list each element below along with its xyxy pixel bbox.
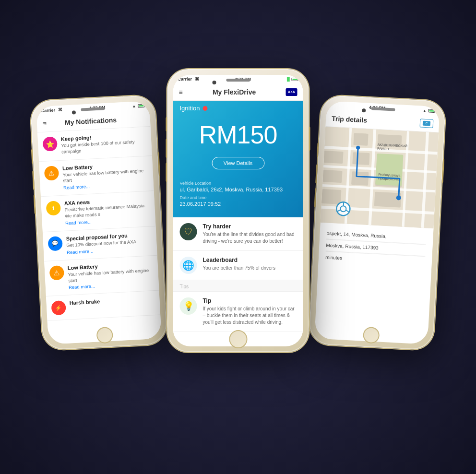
carrier-center: Carrier ⌘ <box>178 77 199 82</box>
globe-icon: 🌐 <box>180 257 197 274</box>
cards-section: 🛡 Try harder You're at the line that div… <box>173 217 303 332</box>
location-icon-left: ▲ <box>132 104 136 108</box>
company-logo-right: C <box>420 118 434 128</box>
card-text-leaderboard: Leaderboard You are better than 75% of d… <box>203 257 275 272</box>
trip-duration-value: minutes <box>325 254 425 265</box>
status-right-center: ▉ <box>287 77 298 82</box>
hamburger-left[interactable]: ≡ <box>43 119 47 127</box>
vehicle-location-row: Vehicle Location ul. Garibaldi, 26к2, Mo… <box>180 181 297 192</box>
card-title-tip: Tip <box>203 297 297 304</box>
phones-container: Carrier ⌘ 4:33 PM ▲ ≡ My Notifications <box>22 21 454 453</box>
notif-icon-1: ⭐ <box>43 136 58 152</box>
carrier-left: Carrier ⌘ <box>41 107 62 113</box>
notif-text-1: Keep going! You got inside best 100 of o… <box>60 132 147 155</box>
svg-point-1 <box>356 145 360 149</box>
hamburger-center[interactable]: ≡ <box>179 88 183 96</box>
status-right-right: ▲ <box>423 108 435 112</box>
notif-title-6: Harsh brake <box>69 296 155 306</box>
vehicle-location-value: ul. Garibaldi, 26к2, Moskva, Russia, 117… <box>180 187 297 192</box>
shield-icon: 🛡 <box>180 223 197 240</box>
header-title-right: Trip details <box>332 114 368 124</box>
ignition-dot <box>202 106 207 111</box>
gps-icon: ▲ <box>423 108 426 112</box>
view-details-button[interactable]: View Details <box>212 157 264 169</box>
trip-address-1: ospekt, 14, Moskva, Russia, <box>326 231 426 241</box>
card-desc-leaderboard: You are better than 75% of drivers <box>203 265 275 272</box>
battery-level-icon: ▉ <box>287 77 290 82</box>
lightbulb-icon: 💡 <box>180 297 197 315</box>
vehicle-location-label: Vehicle Location <box>180 181 297 186</box>
card-tip: 💡 Tip If your kids fight or climb around… <box>173 292 303 332</box>
trip-address-2: Moskva, Russia, 117393 <box>326 242 426 253</box>
app-header-center: ≡ My FlexiDrive AXA <box>173 83 303 101</box>
logo-inner: C <box>423 120 431 126</box>
phone-right: 4:36 PM ▲ Trip details C <box>309 95 446 351</box>
notif-text-3: AXA news FlexiDrive telematic insurance … <box>64 196 151 226</box>
battery-left <box>138 104 144 107</box>
ignition-label: Ignition <box>180 105 200 112</box>
datetime-row: Date and time 23.06.2017 09:52 <box>180 195 297 207</box>
logo-letter: C <box>426 121 428 124</box>
notif-item-2[interactable]: ⚠ Low Battery Your vehicle has low batte… <box>39 156 154 197</box>
notif-text-6: Harsh brake <box>69 296 155 307</box>
datetime-label: Date and time <box>180 195 297 200</box>
notif-text-5: Low Battery Your vehicle has low battery… <box>68 261 155 290</box>
phone-right-screen: 4:36 PM ▲ Trip details C <box>314 101 440 344</box>
map-section: АКАДЕМИЧЕСКИЙ РАЙОН Profsoyuznaya Профсо… <box>321 127 439 228</box>
svg-point-0 <box>396 195 402 201</box>
steering-wheel-icon <box>335 201 352 217</box>
header-title-center: My FlexiDrive <box>213 88 256 96</box>
phone-left: Carrier ⌘ 4:33 PM ▲ ≡ My Notifications <box>30 95 168 351</box>
battery-center <box>292 78 298 81</box>
status-right-left: ▲ <box>132 103 144 108</box>
phone-left-screen: Carrier ⌘ 4:33 PM ▲ ≡ My Notifications <box>36 101 162 344</box>
card-text-try-harder: Try harder You're at the line that divid… <box>203 223 297 245</box>
card-leaderboard: 🌐 Leaderboard You are better than 75% of… <box>173 251 303 280</box>
notif-icon-3: ℹ <box>46 201 61 216</box>
hero-section: Ignition RM150 View Details Vehicle Loca… <box>173 101 303 217</box>
notifications-list: ⭐ Keep going! You got inside best 100 of… <box>37 127 162 344</box>
datetime-value: 23.06.2017 09:52 <box>180 201 297 207</box>
phone-center: Carrier ⌘ 4:33 PM ▉ ≡ My FlexiDrive AXA <box>167 69 309 352</box>
notif-icon-6: ⚡ <box>51 300 66 316</box>
notif-icon-5: ⚠ <box>49 265 65 281</box>
card-desc-tip: If your kids fight or climb around in yo… <box>203 306 297 326</box>
home-button-left[interactable] <box>96 327 113 344</box>
home-button-center[interactable] <box>229 330 247 348</box>
ignition-row: Ignition <box>180 105 297 112</box>
card-desc-try-harder: You're at the line that divides good and… <box>203 231 297 245</box>
axa-logo-center: AXA <box>286 88 298 96</box>
card-text-tip: Tip If your kids fight or climb around i… <box>203 297 297 326</box>
phone-center-screen: Carrier ⌘ 4:33 PM ▉ ≡ My FlexiDrive AXA <box>173 75 303 346</box>
notif-item-6[interactable]: ⚡ Harsh brake <box>46 291 160 321</box>
card-title-try-harder: Try harder <box>203 223 297 230</box>
notif-icon-4: 💬 <box>48 236 63 251</box>
card-try-harder: 🛡 Try harder You're at the line that div… <box>173 217 303 251</box>
battery-right <box>428 109 435 113</box>
notif-icon-2: ⚠ <box>44 166 60 181</box>
notif-text-2: Low Battery Your vehicle has low battery… <box>62 161 149 190</box>
notif-item-5[interactable]: ⚠ Low Battery Your vehicle has low batte… <box>44 255 159 296</box>
card-title-leaderboard: Leaderboard <box>203 257 275 263</box>
trip-info-section: ospekt, 14, Moskva, Russia, Moskva, Russ… <box>318 223 434 273</box>
notif-text-4: Special proposal for you Get 10% discoun… <box>66 231 152 255</box>
camera-center <box>212 81 216 84</box>
notif-item-3[interactable]: ℹ AXA news FlexiDrive telematic insuranc… <box>41 191 156 232</box>
tips-label: Tips <box>173 280 303 292</box>
svg-point-3 <box>340 206 346 212</box>
speaker-center <box>226 79 250 82</box>
header-title-left: My Notifications <box>65 116 117 126</box>
amount-display: RM150 <box>180 120 297 149</box>
vehicle-info: Vehicle Location ul. Garibaldi, 26к2, Mo… <box>180 176 297 212</box>
